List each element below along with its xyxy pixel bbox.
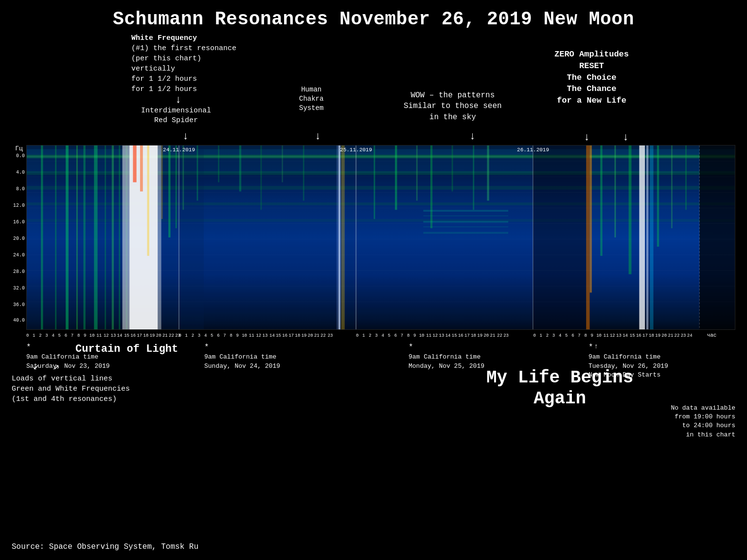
svg-text:10: 10: [89, 333, 95, 338]
svg-rect-55: [423, 232, 508, 234]
svg-text:7: 7: [223, 333, 226, 338]
svg-text:14: 14: [445, 333, 451, 338]
svg-text:8: 8: [584, 333, 587, 338]
svg-text:18: 18: [295, 333, 301, 338]
svg-text:3: 3: [552, 333, 555, 338]
svg-text:19: 19: [302, 333, 307, 338]
svg-text:19: 19: [150, 333, 155, 338]
svg-rect-51: [423, 210, 508, 212]
svg-text:10: 10: [596, 333, 602, 338]
svg-text:3: 3: [45, 333, 48, 338]
svg-text:13: 13: [616, 333, 622, 338]
svg-text:0: 0: [178, 333, 181, 338]
svg-text:20: 20: [483, 333, 489, 338]
svg-text:14: 14: [117, 333, 123, 338]
zero-arrow-1: ↓: [584, 131, 590, 144]
svg-text:4: 4: [559, 333, 561, 338]
y-tick-24: 24.0: [13, 253, 25, 258]
svg-text:24.11.2019: 24.11.2019: [163, 147, 195, 153]
svg-text:19: 19: [655, 333, 660, 338]
svg-text:20: 20: [661, 333, 667, 338]
svg-text:21: 21: [162, 333, 168, 338]
svg-text:17: 17: [137, 333, 142, 338]
svg-text:9: 9: [236, 333, 239, 338]
y-tick-20: 20.0: [13, 236, 25, 241]
svg-text:18: 18: [471, 333, 476, 338]
svg-text:2: 2: [546, 333, 549, 338]
svg-text:6: 6: [571, 333, 574, 338]
svg-rect-66: [657, 145, 659, 247]
svg-text:9: 9: [84, 333, 86, 338]
svg-text:7: 7: [401, 333, 403, 338]
svg-text:9: 9: [591, 333, 593, 338]
interdimensional-arrow: ↓: [182, 130, 189, 143]
svg-text:22: 22: [320, 333, 326, 338]
svg-text:17: 17: [288, 333, 294, 338]
svg-text:21: 21: [314, 333, 320, 338]
svg-text:16: 16: [130, 333, 136, 338]
zero-amplitudes-annotation: ZERO Amplitudes RESET The Choice The Cha…: [554, 49, 629, 107]
svg-text:5: 5: [388, 333, 391, 338]
svg-text:14: 14: [269, 333, 275, 338]
svg-rect-45: [395, 145, 397, 210]
svg-rect-29: [176, 145, 177, 228]
svg-text:14: 14: [622, 333, 628, 338]
svg-text:5: 5: [58, 333, 61, 338]
svg-text:19: 19: [477, 333, 482, 338]
svg-text:0: 0: [26, 333, 29, 338]
y-axis: Гц 0.0 4.0 8.0 12.0 16.0 20.0 24.0 28.0 …: [12, 145, 26, 335]
svg-text:12: 12: [104, 333, 109, 338]
svg-rect-25: [140, 145, 143, 192]
x-axis-svg: 0 1 2 3 4 5 6 7 8 9 10 11 12 13 14 15 16…: [26, 331, 735, 340]
svg-rect-54: [423, 226, 508, 227]
svg-text:10: 10: [242, 333, 247, 338]
zero-arrow-2: ↓: [622, 131, 629, 144]
svg-text:22: 22: [169, 333, 174, 338]
svg-text:2: 2: [192, 333, 194, 338]
svg-text:22: 22: [497, 333, 502, 338]
human-chakra-annotation: Human Chakra System: [299, 85, 323, 113]
spectrogram-chart: 24.11.2019 25.11.2019 26.11.2019: [26, 145, 735, 330]
svg-text:0: 0: [356, 333, 358, 338]
svg-text:18: 18: [143, 333, 149, 338]
y-tick-4: 4.0: [16, 170, 25, 175]
svg-text:10: 10: [419, 333, 425, 338]
y-tick-8: 8.0: [16, 186, 25, 192]
y-tick-16: 16.0: [13, 219, 25, 225]
svg-text:2: 2: [369, 333, 371, 338]
svg-text:3: 3: [198, 333, 200, 338]
svg-text:12: 12: [256, 333, 261, 338]
svg-text:22: 22: [675, 333, 680, 338]
svg-text:15: 15: [124, 333, 129, 338]
spectrogram-svg: 24.11.2019 25.11.2019 26.11.2019: [27, 145, 735, 329]
svg-rect-35: [239, 145, 241, 192]
svg-text:21: 21: [490, 333, 496, 338]
svg-text:16: 16: [282, 333, 287, 338]
svg-text:час: час: [707, 332, 717, 338]
svg-text:15: 15: [276, 333, 281, 338]
interdimensional-annotation: Interdimensional Red Spider: [141, 106, 211, 126]
sunday-annotation: * 9am California time Sunday, Nov 24, 20…: [204, 342, 280, 371]
svg-text:6: 6: [394, 333, 397, 338]
no-data-annotation: No data available from 19:00 hours to 24…: [671, 404, 735, 439]
svg-text:9: 9: [413, 333, 416, 338]
svg-text:15: 15: [630, 333, 635, 338]
svg-rect-53: [423, 221, 508, 223]
svg-text:23: 23: [503, 333, 509, 338]
svg-rect-67: [671, 145, 673, 228]
svg-text:12: 12: [610, 333, 615, 338]
svg-text:21: 21: [668, 333, 673, 338]
page-title: Schumann Resonances November 26, 2019 Ne…: [12, 9, 735, 30]
white-freq-arrow: ↓: [175, 95, 181, 106]
svg-rect-49: [473, 145, 474, 210]
my-life-begins: My Life Begins Again: [486, 367, 633, 409]
curtain-arrow-1: ↙: [33, 360, 39, 372]
human-chakra-arrow: ↓: [315, 130, 321, 143]
svg-text:5: 5: [565, 333, 568, 338]
svg-text:13: 13: [111, 333, 116, 338]
svg-text:1: 1: [33, 333, 35, 338]
wow-patterns-annotation: WOW – the patterns Similar to those seen…: [404, 90, 502, 123]
svg-text:17: 17: [642, 333, 648, 338]
svg-text:1: 1: [185, 333, 188, 338]
svg-rect-36: [260, 145, 262, 210]
